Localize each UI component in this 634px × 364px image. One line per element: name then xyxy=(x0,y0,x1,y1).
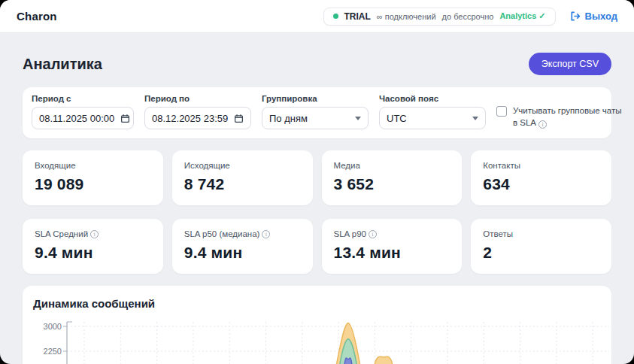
topbar: Charon TRIAL ∞ подключений до бессрочно … xyxy=(0,0,634,33)
timezone-select[interactable]: UTC xyxy=(379,107,486,129)
export-csv-button[interactable]: Экспорт CSV xyxy=(529,53,611,75)
timezone-value: UTC xyxy=(387,113,407,124)
stat-card-sla-avg: SLA Среднийi 9.4 мин xyxy=(23,219,163,274)
stat-card-replies: Ответы 2 xyxy=(471,219,611,274)
main-content: Аналитика Экспорт CSV Период с 08.11.202… xyxy=(0,53,634,364)
svg-text:2250: 2250 xyxy=(44,347,62,356)
stat-card-sla-p50: SLA p50 (медиана)i 9.4 мин xyxy=(172,219,313,274)
stat-card-sla-p90: SLA p90i 13.4 мин xyxy=(322,219,463,274)
chevron-down-icon xyxy=(472,117,478,120)
stat-card-contacts: Контакты 634 xyxy=(471,150,611,205)
period-from-label: Период с xyxy=(32,94,134,103)
group-chats-checkbox-label: Учитывать групповые чаты в SLAi xyxy=(513,105,626,129)
stat-label: SLA Среднийi xyxy=(35,229,151,238)
grouping-value: По дням xyxy=(269,113,308,124)
timezone-label: Часовой пояс xyxy=(379,94,486,103)
filters-panel: Период с 08.11.2025 00:00 Период по 08.1… xyxy=(23,87,611,138)
info-icon[interactable]: i xyxy=(90,230,99,238)
stat-label: Входящие xyxy=(35,161,151,170)
brand-logo: Charon xyxy=(17,10,57,23)
period-to-field: Период по 08.12.2025 23:59 xyxy=(144,94,251,129)
stat-value: 9.4 мин xyxy=(184,244,301,262)
period-to-value: 08.12.2025 23:59 xyxy=(152,113,228,124)
logout-button[interactable]: Выход xyxy=(569,11,617,22)
status-dot-icon xyxy=(333,14,338,19)
stat-value: 8 742 xyxy=(184,175,301,193)
plan-analytics-flag: Analytics ✓ xyxy=(499,11,545,21)
info-icon[interactable]: i xyxy=(262,230,270,238)
group-chats-checkbox-group: Учитывать групповые чаты в SLAi xyxy=(496,105,626,129)
app-window: Charon TRIAL ∞ подключений до бессрочно … xyxy=(0,0,634,364)
plan-connections: ∞ подключений xyxy=(377,12,436,21)
messages-dynamics-card: Динамика сообщений 30002250 xyxy=(23,286,611,364)
chart-title: Динамика сообщений xyxy=(23,286,611,310)
stat-label: Контакты xyxy=(483,161,599,170)
logout-label: Выход xyxy=(585,11,617,22)
stat-card-incoming: Входящие 19 089 xyxy=(23,150,163,205)
period-from-field: Период с 08.11.2025 00:00 xyxy=(32,94,134,129)
calendar-icon[interactable] xyxy=(234,114,244,123)
svg-text:3000: 3000 xyxy=(44,322,62,331)
stat-label: Исходящие xyxy=(184,161,301,170)
chevron-down-icon xyxy=(355,117,361,120)
stat-label-text: SLA Средний xyxy=(35,229,88,238)
grouping-select[interactable]: По дням xyxy=(262,107,369,129)
period-from-value: 08.11.2025 00:00 xyxy=(39,113,114,124)
stat-value: 2 xyxy=(483,244,599,262)
stat-card-media: Медиа 3 652 xyxy=(322,150,463,205)
topbar-right: TRIAL ∞ подключений до бессрочно Analyti… xyxy=(323,8,617,26)
stat-value: 9.4 мин xyxy=(35,244,151,262)
plan-name: TRIAL xyxy=(344,11,371,22)
plan-badge: TRIAL ∞ подключений до бессрочно Analyti… xyxy=(323,8,556,26)
group-chats-checkbox-text: Учитывать групповые чаты в SLA xyxy=(513,106,622,127)
stat-label: SLA p50 (медиана)i xyxy=(184,229,301,238)
info-icon[interactable]: i xyxy=(369,230,377,238)
stat-label: Ответы xyxy=(483,229,599,238)
page-head: Аналитика Экспорт CSV xyxy=(23,53,611,75)
stat-value: 634 xyxy=(483,175,599,193)
timezone-field: Часовой пояс UTC xyxy=(379,94,486,129)
plan-until: до бессрочно xyxy=(442,12,494,21)
stat-label-text: SLA p90 xyxy=(334,229,366,238)
stat-value: 13.4 мин xyxy=(334,244,450,262)
stat-card-outgoing: Исходящие 8 742 xyxy=(172,150,313,205)
stat-value: 19 089 xyxy=(35,175,151,193)
logout-icon xyxy=(569,11,581,22)
period-from-input[interactable]: 08.11.2025 00:00 xyxy=(32,107,134,129)
stat-value: 3 652 xyxy=(334,175,450,193)
period-to-input[interactable]: 08.12.2025 23:59 xyxy=(144,107,251,129)
group-chats-checkbox[interactable] xyxy=(496,106,507,117)
stat-label: Медиа xyxy=(334,161,450,170)
stat-label: SLA p90i xyxy=(334,229,450,238)
period-to-label: Период по xyxy=(144,94,251,103)
info-icon[interactable]: i xyxy=(538,120,547,129)
stat-label-text: SLA p50 (медиана) xyxy=(184,229,260,238)
stats-grid: Входящие 19 089 Исходящие 8 742 Медиа 3 … xyxy=(23,150,611,274)
page-title: Аналитика xyxy=(23,56,102,73)
grouping-field: Группировка По дням xyxy=(262,94,369,129)
grouping-label: Группировка xyxy=(262,94,369,103)
calendar-icon[interactable] xyxy=(120,114,130,123)
